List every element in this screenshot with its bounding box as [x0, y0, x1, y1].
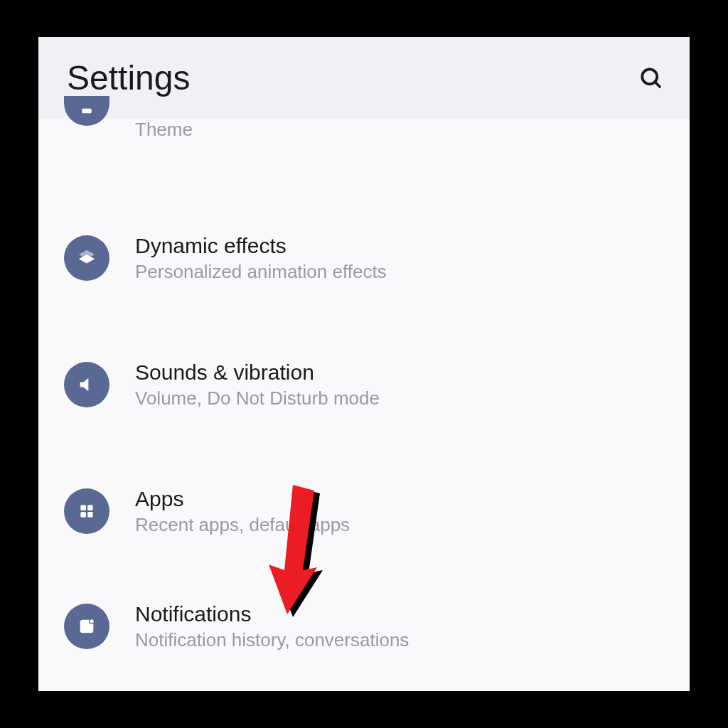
item-title: Notifications	[135, 602, 409, 626]
item-texts: Apps Recent apps, default apps	[135, 487, 350, 536]
settings-list: Theme Dynamic effects Personalized anima…	[38, 119, 690, 662]
item-texts: Theme	[135, 119, 193, 141]
settings-header: Settings	[38, 37, 690, 119]
item-texts: Notifications Notification history, conv…	[135, 602, 409, 651]
notification-icon	[64, 604, 109, 649]
search-button[interactable]	[634, 61, 668, 95]
item-texts: Sounds & vibration Volume, Do Not Distur…	[135, 360, 380, 410]
item-subtitle: Volume, Do Not Disturb mode	[135, 387, 380, 410]
settings-item-notifications[interactable]: Notifications Notification history, conv…	[38, 591, 690, 662]
apps-icon	[64, 488, 109, 534]
settings-item-theme[interactable]: Theme	[38, 119, 690, 167]
svg-line-1	[655, 82, 660, 87]
item-subtitle: Recent apps, default apps	[135, 514, 350, 536]
search-icon	[638, 65, 664, 91]
svg-rect-2	[82, 109, 91, 114]
page-title: Settings	[67, 58, 190, 97]
item-subtitle: Personalized animation effects	[135, 261, 387, 283]
settings-item-dynamic-effects[interactable]: Dynamic effects Personalized animation e…	[38, 223, 690, 294]
item-title: Apps	[135, 487, 350, 511]
item-subtitle: Notification history, conversations	[135, 629, 409, 651]
svg-rect-4	[87, 505, 93, 510]
layers-icon	[64, 235, 109, 281]
settings-item-sounds[interactable]: Sounds & vibration Volume, Do Not Distur…	[38, 349, 690, 420]
item-subtitle: Theme	[135, 119, 193, 141]
volume-icon	[64, 362, 109, 407]
svg-rect-6	[87, 512, 93, 518]
item-texts: Dynamic effects Personalized animation e…	[135, 234, 387, 283]
svg-rect-3	[80, 505, 86, 510]
settings-item-apps[interactable]: Apps Recent apps, default apps	[38, 476, 690, 547]
item-title: Sounds & vibration	[135, 360, 380, 385]
svg-point-9	[90, 619, 93, 623]
theme-icon	[64, 96, 109, 126]
svg-rect-5	[80, 512, 86, 518]
item-title: Dynamic effects	[135, 234, 387, 258]
settings-screen: Settings Theme	[38, 37, 690, 691]
